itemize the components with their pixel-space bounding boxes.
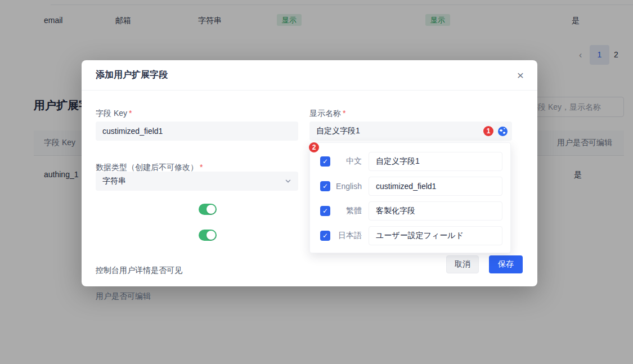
i18n-value-input-ja[interactable] xyxy=(369,226,502,245)
save-button[interactable]: 保存 xyxy=(489,255,523,273)
i18n-value-input-zh-tw[interactable] xyxy=(369,201,502,221)
user-editable-label: 用户是否可编辑 xyxy=(96,291,151,302)
i18n-lang-label: 日本語 xyxy=(330,231,362,241)
add-field-dialog: 添加用户扩展字段 × 字段 Key* 显示名称* 自定义字段1 1 2 xyxy=(82,60,537,286)
i18n-name-panel: 2 ✓ 中文 ✓ English ✓ 繁體 ✓ 日本語 xyxy=(309,142,511,253)
dialog-footer: 取消 保存 xyxy=(446,255,523,273)
data-type-select[interactable]: 字符串 xyxy=(96,172,298,191)
field-key-label: 字段 Key* xyxy=(96,109,132,119)
i18n-value-input-en[interactable] xyxy=(369,177,502,196)
checkbox-checked-icon[interactable]: ✓ xyxy=(320,206,330,216)
display-name-label: 显示名称* xyxy=(309,109,345,119)
globe-icon[interactable] xyxy=(498,127,508,136)
required-asterisk: * xyxy=(129,109,132,118)
i18n-row-ja: ✓ 日本語 xyxy=(320,223,502,248)
chevron-down-icon xyxy=(285,178,291,185)
dialog-title: 添加用户扩展字段 xyxy=(96,69,168,81)
required-asterisk: * xyxy=(200,163,203,172)
checkbox-checked-icon[interactable]: ✓ xyxy=(320,181,330,191)
console-visible-label: 控制台用户详情是否可见 xyxy=(96,266,182,276)
display-name-value[interactable]: 自定义字段1 xyxy=(316,126,483,136)
i18n-value-input-zh[interactable] xyxy=(369,152,502,171)
close-icon[interactable]: × xyxy=(517,69,524,81)
checkbox-checked-icon[interactable]: ✓ xyxy=(320,156,330,167)
i18n-row-zh: ✓ 中文 xyxy=(320,149,502,174)
i18n-lang-label: 繁體 xyxy=(330,206,362,216)
user-editable-toggle[interactable] xyxy=(199,230,217,241)
i18n-lang-label: 中文 xyxy=(330,156,362,167)
console-visible-toggle[interactable] xyxy=(199,204,217,215)
step-badge-1: 1 xyxy=(483,126,493,136)
dialog-header: 添加用户扩展字段 × xyxy=(82,60,537,91)
i18n-row-zh-tw: ✓ 繁體 xyxy=(320,199,502,223)
checkbox-checked-icon[interactable]: ✓ xyxy=(320,231,330,241)
cancel-button[interactable]: 取消 xyxy=(446,255,479,273)
step-badge-2: 2 xyxy=(309,142,319,152)
i18n-row-en: ✓ English xyxy=(320,174,502,199)
i18n-lang-label: English xyxy=(330,182,362,191)
field-key-input[interactable] xyxy=(96,122,298,141)
app-window: email 邮箱 字符串 显示 显示 是 ‹ 1 2 用户扩展字段 字段 Key… xyxy=(0,0,633,364)
required-asterisk: * xyxy=(343,109,345,118)
data-type-value: 字符串 xyxy=(102,176,126,186)
display-name-input[interactable]: 自定义字段1 1 xyxy=(309,122,512,141)
